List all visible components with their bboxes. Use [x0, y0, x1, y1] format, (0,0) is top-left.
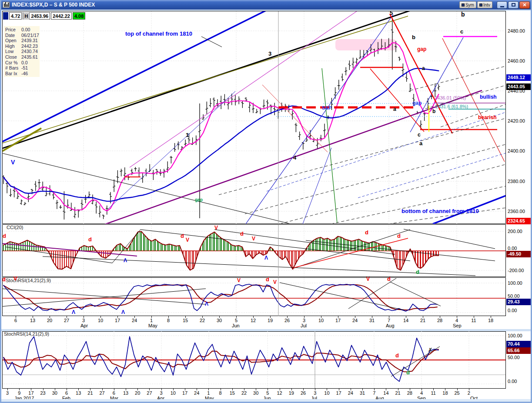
cursor-data-row: Bar Ix-46: [5, 71, 40, 77]
price-axis-label: 0.00: [508, 379, 517, 384]
chart-window: INDEX:$SPX,D – S & P 500 INDEX Sym Intv …: [0, 0, 532, 403]
cursor-data-row: Date06/21/17: [5, 33, 40, 38]
price-axis-label: 50.00: [508, 355, 520, 360]
cursor-data-value: 2439.31: [21, 38, 38, 43]
annotation-line: [280, 283, 404, 310]
price-axis-label: 2480.00: [508, 29, 525, 33]
annotation-line: [370, 69, 424, 132]
quote-last-value: 2442.22: [51, 12, 72, 20]
annotation-line: [433, 196, 506, 224]
cursor-data-label: Price: [5, 27, 21, 33]
cursor-data-label: # Bars: [5, 65, 21, 71]
annotation-line: [245, 144, 506, 214]
cursor-data-value: 06/21/17: [21, 33, 39, 38]
price-badge: 2449.12: [506, 74, 532, 81]
cursor-data-row: High2442.23: [5, 43, 40, 49]
annotation-line: [410, 37, 463, 132]
annotation-line: [442, 38, 505, 162]
cursor-data-value: -46: [21, 71, 28, 77]
price-axis-label: 2360.00: [508, 209, 525, 214]
annotation-line: [388, 208, 506, 224]
cursor-data-label: Open: [5, 38, 21, 43]
highlight-blob: [335, 39, 396, 50]
price-badge: 2324.65: [506, 218, 532, 224]
cursor-data-label: Csr %: [5, 60, 21, 66]
price-axis-label: 200.00: [508, 229, 522, 234]
annotation-line: [303, 148, 331, 224]
annotation-line: [280, 164, 506, 224]
quote-low-chip: [3, 12, 8, 20]
annotation-line: [130, 3, 368, 167]
price-axis-label: 2420.00: [508, 119, 525, 123]
annotation-line: [43, 256, 475, 276]
annotation-line: [391, 346, 440, 376]
cursor-data-label: Low: [5, 49, 21, 54]
price-axis-label: 50.00: [508, 294, 520, 299]
price-badge: -49.50: [506, 251, 532, 257]
cursor-data-label: Date: [5, 33, 21, 38]
cursor-data-value: 0.00: [21, 27, 30, 33]
quote-bar: 4.72 H2453.96 2442.22 4.08: [3, 12, 86, 20]
price-badge: 2443.05: [506, 83, 532, 90]
price-axis-label: 2460.00: [508, 59, 525, 63]
annotation-line: [246, 14, 393, 224]
price-axis-label: 2380.00: [508, 179, 525, 184]
quote-high-label: H: [23, 12, 30, 20]
price-badge: 70.44: [506, 341, 532, 347]
cursor-data-panel: Price0.00Date06/21/17Open2439.31High2442…: [4, 26, 40, 77]
annotation-line: [322, 68, 337, 223]
annotation-line: [294, 230, 410, 268]
cursor-data-value: 0.0: [21, 60, 28, 66]
annotation-line: [6, 247, 112, 263]
cursor-data-label: Close: [5, 54, 21, 60]
annotation-line: [262, 85, 328, 152]
cursor-data-row: Csr %0.0: [5, 60, 40, 66]
cursor-data-row: # Bars-51: [5, 65, 40, 71]
price-axis-label: 100.00: [508, 333, 522, 338]
quote-change-value: 4.08: [73, 12, 85, 20]
magenta-moving-average: [3, 43, 438, 211]
quote-high-chip: H2453.96: [23, 12, 50, 20]
price-axis-label: 100.00: [508, 281, 522, 286]
cursor-data-value: -51: [21, 65, 28, 71]
price-badge: 65.66: [506, 347, 532, 354]
price-axis-label: 2400.00: [508, 149, 525, 153]
annotation-line: [358, 153, 506, 198]
quote-low-value: 4.72: [9, 12, 22, 20]
cursor-data-label: Bar Ix: [5, 71, 21, 77]
cursor-data-label: High: [5, 43, 21, 49]
cursor-data-value: 2430.74: [21, 49, 38, 54]
annotation-line: [390, 282, 441, 306]
cursor-data-value: 2435.61: [21, 54, 38, 60]
annotation-line: [141, 230, 410, 261]
cursor-data-row: Low2430.74: [5, 49, 40, 54]
stochrsi1-fast-line: [3, 284, 437, 311]
cursor-data-value: 2442.23: [21, 43, 38, 49]
cursor-data-row: Close2435.61: [5, 54, 40, 60]
cursor-data-row: Price0.00: [5, 27, 40, 33]
price-axis-label: -200.00: [508, 268, 524, 273]
annotation-line: [404, 229, 495, 249]
chart-canvas: [1, 0, 532, 403]
annotation-line: [1, 289, 206, 306]
annotation-line: [108, 91, 235, 209]
price-axis-label: 0.00: [508, 308, 517, 313]
annotation-line: [219, 118, 506, 195]
price-axis-label: 0.00: [508, 246, 517, 251]
cursor-data-row: Open2439.31: [5, 38, 40, 43]
annotation-line: [441, 104, 506, 127]
price-badge: 29.43: [506, 299, 532, 305]
annotation-line: [1, 0, 287, 142]
